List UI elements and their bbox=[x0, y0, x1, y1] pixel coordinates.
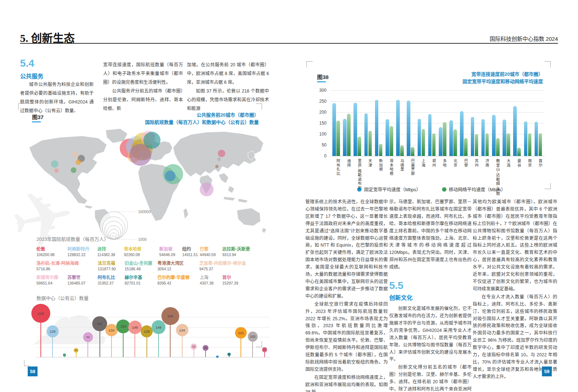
x-axis-city-label: 巴黎 bbox=[460, 159, 468, 167]
fixed-broadband-bar bbox=[396, 100, 400, 156]
paragraph: 加坡。在公共服务前 20 城市（都市圈）中，欧洲城市占据 8 席，美国城市占据 … bbox=[187, 61, 269, 87]
lollipop-bubble: 129 bbox=[141, 325, 153, 337]
lollipop-bubble: 10 bbox=[63, 353, 66, 356]
map-bubble bbox=[54, 168, 59, 173]
city-flights-item: 洛杉矶-长滩-阿纳海姆5716.86 bbox=[36, 260, 79, 271]
mobile-network-bar bbox=[443, 122, 446, 156]
y-axis-tick: 50 bbox=[314, 142, 327, 148]
mobile-network-bar bbox=[453, 129, 457, 156]
x-axis-city-label: 曼谷 bbox=[513, 159, 521, 167]
map-bubble bbox=[217, 157, 221, 161]
gridline bbox=[330, 145, 544, 145]
city-flights-item: 苏黎世136485.07 bbox=[67, 274, 86, 285]
fixed-broadband-bar bbox=[503, 119, 506, 156]
city-flights-item: 巴黎44940.59 bbox=[200, 246, 216, 257]
paragraph: 公共服务评分前五的城市（都市圈）分别是伦敦、阿姆斯特丹、迪拜、哥本哈根、新 bbox=[103, 87, 183, 113]
fixed-broadband-bar bbox=[513, 106, 517, 156]
map-bubble bbox=[215, 165, 219, 168]
x-axis-city-label: 天津 bbox=[364, 159, 372, 167]
lollipop-bubble: 99 bbox=[83, 332, 93, 342]
mobile-network-bar bbox=[368, 131, 372, 156]
city-flights-item: 阿姆斯特丹128832.22 bbox=[67, 246, 89, 257]
section-5-5-title: 创新文化 bbox=[389, 293, 472, 302]
mobile-network-bar bbox=[358, 137, 361, 156]
paragraph: 创新文化得分前五名的城市（都市圈）分别是伦敦、汉堡、赫尔辛基、多伦多、迪拜。在排… bbox=[389, 364, 472, 392]
fixed-broadband-bar bbox=[364, 113, 368, 156]
lollipop-bubble: 52 bbox=[191, 344, 197, 350]
legend-max-value: 160000 bbox=[138, 209, 151, 214]
mobile-network-bar bbox=[336, 121, 340, 156]
y-axis-tick: 200 bbox=[314, 110, 327, 115]
city-flights-item: 旧金山-圣何塞15186.48 bbox=[125, 260, 152, 271]
map-bubble bbox=[200, 183, 214, 196]
figure38-underline bbox=[317, 81, 326, 82]
city-flights-value: 15297.39 bbox=[222, 281, 238, 285]
x-axis-city-label: 郑州 bbox=[428, 159, 436, 167]
city-flights-value: 128832.22 bbox=[67, 252, 89, 257]
city-flights-item: 新加坡54646.09 bbox=[159, 246, 175, 257]
mobile-network-bar bbox=[528, 133, 532, 156]
flights-list-title: 2023年国际航班数量（每百万人） bbox=[36, 235, 109, 242]
fixed-broadband-bar bbox=[535, 122, 538, 156]
x-axis-city-label: 新加坡 bbox=[375, 159, 383, 172]
fixed-broadband-bar bbox=[343, 119, 347, 156]
lollipop-bubble: 129 bbox=[47, 325, 59, 337]
lollipop-bubble: 121 bbox=[235, 327, 246, 338]
city-flights-item: 芝加哥-内珀维尔-埃尔金9475.37 bbox=[199, 260, 246, 271]
section-5-4-title: 公共服务 bbox=[20, 71, 43, 80]
bar-chart-legend: 固定宽带平均速度（Mbps） 移动网络平均速度（Mbps） bbox=[357, 186, 505, 193]
fixed-broadband-bar bbox=[460, 111, 464, 156]
mobile-network-bar bbox=[390, 126, 393, 156]
left-column-1: 城市公共服务为科技企业和创新者提供必要的基础设施支持，有助于稳固整体的创新环境。… bbox=[20, 81, 94, 115]
city-flights-value: 3054.12 bbox=[157, 267, 184, 271]
city-flights-value: 8395.42 bbox=[157, 281, 190, 285]
lollipop-bubble: 102 bbox=[248, 332, 258, 341]
mobile-network-bar bbox=[507, 133, 510, 156]
mobile-network-bar bbox=[379, 144, 383, 156]
x-axis-city-label: 北京 bbox=[449, 159, 457, 167]
city-name: 上海 bbox=[200, 274, 214, 280]
mobile-network-bar bbox=[432, 133, 436, 156]
city-flights-value: 15186.48 bbox=[125, 267, 152, 271]
gridline bbox=[36, 317, 270, 317]
lollipop-bubble: 134 bbox=[176, 324, 188, 336]
mobile-network-bar bbox=[422, 129, 425, 156]
y-axis-tick: 0 bbox=[314, 153, 327, 158]
y-axis-tick: 300 bbox=[314, 88, 327, 93]
city-flights-value: 31952.37 bbox=[98, 281, 115, 285]
city-flights-item: 阿布扎比31952.37 bbox=[98, 274, 115, 285]
left-column-2: 宽带连接速度，国际航班数量（每百万人）和电子政务水平来衡量城市（都市圈）的设施完… bbox=[103, 61, 183, 113]
figure37-label: 图37 bbox=[32, 113, 44, 121]
city-name: 斯德哥尔摩 bbox=[36, 274, 58, 280]
lollipop-bubble: 218 bbox=[31, 304, 50, 323]
y-axis-tick: 250 bbox=[314, 99, 327, 104]
lollipop-bubble: 134 bbox=[105, 324, 118, 336]
x-axis-city-label: 迪拜 bbox=[343, 159, 351, 167]
mobile-network-bar bbox=[485, 133, 489, 156]
paragraph: 示，马德里、新加坡、巴塞罗那、里昂－格勒诺布尔和阿布扎比等城市在固定宽带速度上表… bbox=[389, 199, 472, 271]
city-flights-item: 上海4307.38 bbox=[200, 274, 214, 285]
city-name: 法兰克福 bbox=[98, 260, 116, 266]
gridline bbox=[330, 112, 544, 113]
fixed-broadband-bar bbox=[524, 121, 528, 156]
x-axis-city-label: 苏州 bbox=[470, 159, 479, 167]
x-axis-city-label: 上海 bbox=[417, 159, 425, 167]
city-flights-value: 114382.38 bbox=[97, 252, 115, 257]
right-column-2: 示，马德里、新加坡、巴塞罗那、里昂－格勒诺布尔和阿布扎比等城市在固定宽带速度上表… bbox=[389, 199, 472, 392]
x-axis-city-label: 大连 bbox=[502, 159, 510, 167]
city-name: 巴尔的摩-华盛顿 bbox=[157, 274, 190, 280]
crop-mark bbox=[18, 103, 24, 110]
legend-min-value: 1000 bbox=[138, 237, 147, 242]
mobile-network-bar bbox=[539, 133, 542, 156]
paragraph: 在固定宽带速度和移动网络速度上，欧洲和亚洲城市展现出均衡的表现。如图 38 所 bbox=[305, 374, 388, 392]
lollipop-bubble: 33 bbox=[74, 348, 78, 353]
city-name: 首尔 bbox=[222, 274, 238, 280]
city-name: 哥本哈根 bbox=[124, 246, 141, 252]
header-divider bbox=[20, 43, 558, 44]
city-flights-item: 迪拜114382.38 bbox=[97, 246, 115, 257]
lollipop-bubble: 37 bbox=[262, 347, 267, 352]
gridline bbox=[36, 337, 270, 337]
fixed-broadband-bar bbox=[449, 120, 453, 156]
map-bubble bbox=[76, 160, 81, 165]
figure38-label: 图38 bbox=[317, 73, 329, 81]
